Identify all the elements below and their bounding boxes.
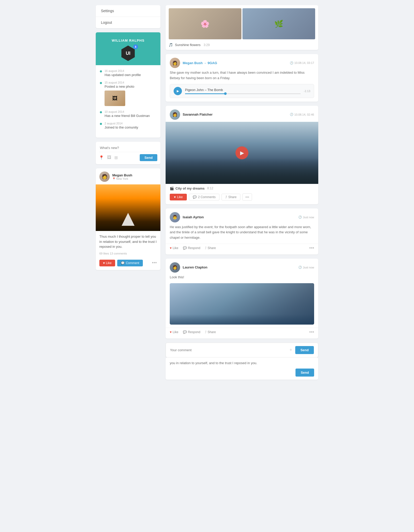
chat-icon-3: 💬 [183,246,187,250]
post-time-4: 🕐 Just now [298,266,314,269]
share-inline-action[interactable]: ⤴ Share [205,246,216,250]
post-body-4: Look this! [166,275,318,283]
share-icon: ⤴ [225,195,227,199]
post-avatar: 👩 [170,58,180,68]
activity-content: 2 august 2014 Joined to the comunity [105,122,138,129]
inline-actions-4: ♥ Like 💬 Respond ⤴ Share ••• [166,328,318,339]
post-meta-3: Isaiah Ayrton [183,215,204,219]
share-label-4: Share [208,330,216,334]
post-avatar-2: 👩 [170,109,180,120]
like-inline-action[interactable]: ♥ Like [170,246,178,250]
post-timestamp-4: Just now [303,266,314,269]
arrow-icon: → [204,61,208,65]
like-label-2: Like [177,195,183,199]
road-arrow [122,213,135,226]
like-inline-action-4[interactable]: ♥ Like [170,330,178,334]
sidebar-item-logout[interactable]: Logout [96,17,160,28]
location-icon[interactable]: 📍 [99,155,104,160]
heart-icon-2: ♥ [174,195,176,199]
activity-date: 15 august 2014 [105,81,134,84]
comment-input[interactable] [170,348,286,352]
feed-image-2: 🌿 [242,8,315,39]
post-meta: Megan Bush → 9GAG [183,61,217,65]
comment-button[interactable]: 💬 Comment [117,260,143,266]
music-progress[interactable] [185,93,301,94]
post-isaiah: 👨 Isaiah Ayrton 🕐 Just now He was justif… [166,208,318,254]
sidebar-item-settings[interactable]: Settings [96,5,160,17]
comment-send-button[interactable]: Send [295,346,314,354]
user-card-info: Megan Bush 📍 New York [112,173,132,180]
video-icon: 🎬 [170,186,174,190]
post-header-4: 👩 Lauren Clapton 🕐 Just now [166,259,318,275]
user-card-top: 🧑 Megan Bush 📍 New York [96,168,160,184]
user-card-location-text: New York [116,177,128,180]
image-icon[interactable]: 🖼 [107,155,111,160]
respond-label-4: Respond [188,330,200,334]
comment-box: + Send [166,343,318,357]
play-button[interactable]: ▶ [174,87,182,95]
user-card-avatar: 🧑 [99,171,110,182]
activity-text: Posted a new photo [105,85,134,88]
whats-new-box: 📍 🖼 ⊞ Send [96,142,160,164]
share-label: Share [228,195,236,199]
activity-content: 10 august 2014 Has a new friend Bill Gus… [105,110,150,118]
whats-new-send-button[interactable]: Send [140,154,157,161]
activity-item: 15 august 2014 Posted a new photo 🖼 [100,81,156,106]
activity-content: 15 august 2014 Posted a new photo 🖼 [105,81,134,106]
activity-item: 16 august 2014 Has updated own profile [100,69,156,77]
feed-image-1: 🌸 [169,8,241,39]
post-target[interactable]: 9GAG [208,61,217,65]
profile-name: WILLIAM RALPHS [100,39,156,42]
bottom-send-button[interactable]: Send [295,369,314,377]
sunshine-row: 🎵 Sunshine flowers 3:29 [169,41,315,47]
profile-card: WILLIAM RALPHS UI 8 16 august 2014 [96,32,160,138]
respond-label-3: Respond [188,246,200,250]
bottom-card: you in relation to yourself, and to the … [166,357,318,380]
road-background [96,184,160,231]
video-duration: 8:12 [207,186,213,190]
comments-action-button[interactable]: 💬 2 Comments [189,194,219,200]
respond-inline-action[interactable]: 💬 Respond [183,246,200,250]
post-author-4: Lauren Clapton [183,265,207,269]
activity-dot [100,111,102,113]
whats-new-input[interactable] [99,145,157,152]
post-megan-bush: 👩 Megan Bush → 9GAG 🕐 10.08.14, 03:17 Sh… [166,54,318,102]
comment-label: Comment [126,261,139,265]
more-options-button[interactable]: ••• [152,260,157,266]
share-inline-action-4[interactable]: ⤴ Share [205,330,216,334]
video-play-button[interactable]: ▶ [235,146,248,159]
post-timestamp-2: 10.08.14, 02:46 [294,113,314,116]
more-inline-button[interactable]: ••• [309,245,314,251]
post-body: She gave my mother such a turn, that I h… [166,70,318,84]
post-author-2: Savannah Flatcher [183,113,213,116]
like-label-3: Like [173,246,178,250]
profile-card-header: WILLIAM RALPHS UI 8 [96,32,160,65]
add-icon[interactable]: + [290,347,292,353]
user-card-image [96,184,160,231]
like-action-button[interactable]: ♥ Like [170,194,187,200]
music-info: Pigeon John – The Bomb [185,88,301,94]
whats-new-icons: 📍 🖼 ⊞ [99,155,118,160]
share-action-button[interactable]: ⤴ Share [221,194,240,200]
video-thumbnail: ▶ [166,122,318,184]
post-avatar-3: 👨 [170,212,180,222]
activity-item: 2 august 2014 Joined to the comunity [100,122,156,129]
post-time-2: 🕐 10.08.14, 02:46 [290,113,314,116]
more-action-button[interactable]: ••• [242,193,252,201]
profile-badge: 8 [133,44,138,49]
activity-item: 10 august 2014 Has a new friend Bill Gus… [100,110,156,118]
like-button[interactable]: ♥ Like [99,260,115,266]
respond-inline-action-4[interactable]: 💬 Respond [183,330,200,334]
post-avatar-4: 👩 [170,262,180,273]
feed-images-card: 🌸 🌿 🎵 Sunshine flowers 3:29 [166,5,318,50]
activity-date: 16 august 2014 [105,69,141,72]
grid-icon[interactable]: ⊞ [114,155,118,160]
clock-icon-4: 🕐 [298,266,302,269]
more-inline-button-4[interactable]: ••• [309,329,314,335]
user-card-actions: ♥ Like 💬 Comment ••• [96,258,160,270]
heart-icon: ♥ [103,261,105,265]
author-name: Megan Bush [183,61,203,65]
activity-dot [100,123,102,125]
activity-dot [100,70,102,72]
post-timestamp: 10.08.14, 03:17 [294,61,314,64]
